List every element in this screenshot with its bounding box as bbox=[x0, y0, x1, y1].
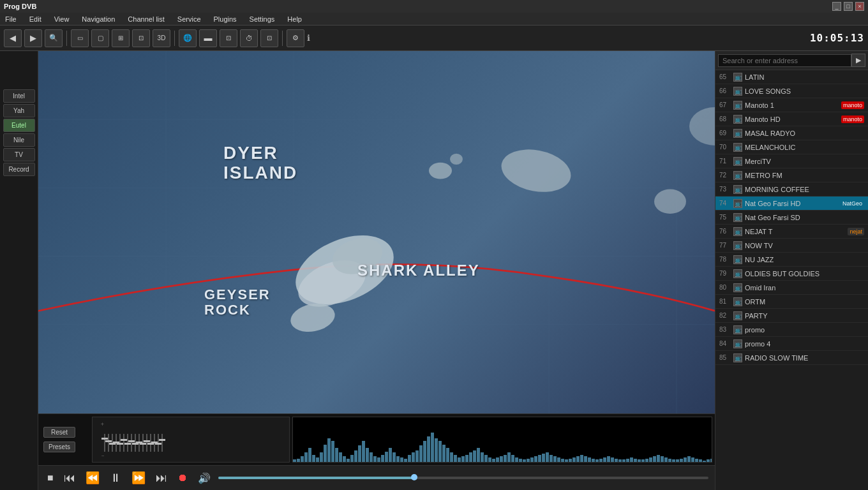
tb-aspect-button[interactable]: ⊡ bbox=[220, 29, 237, 47]
sat-nile-button[interactable]: Nile bbox=[3, 133, 35, 147]
spectrum-bar bbox=[511, 455, 514, 462]
tb-search-button[interactable]: 🔍 bbox=[45, 29, 63, 47]
tb-view1-button[interactable]: ▭ bbox=[71, 29, 89, 47]
maximize-button[interactable]: □ bbox=[844, 2, 853, 11]
channel-item[interactable]: 65📺LATIN bbox=[715, 70, 868, 84]
sat-tv-button[interactable]: TV bbox=[3, 148, 35, 161]
sat-intel-button[interactable]: Intel bbox=[3, 89, 35, 103]
shark-alley-label: SHARK ALLEY bbox=[357, 262, 480, 279]
menu-file[interactable]: File bbox=[3, 14, 19, 24]
channel-item[interactable]: 79📺OLDIES BUT GOLDIES bbox=[715, 267, 868, 281]
sat-record-button[interactable]: Record bbox=[3, 163, 35, 176]
tb-minus-button[interactable]: ▬ bbox=[199, 29, 217, 47]
close-button[interactable]: × bbox=[855, 2, 864, 11]
spectrum-bar bbox=[496, 457, 499, 462]
spectrum-bar bbox=[461, 456, 465, 462]
menu-edit[interactable]: Edit bbox=[27, 14, 44, 24]
video-player[interactable]: DYERISLAND SHARK ALLEY GEYSERROCK bbox=[38, 51, 715, 413]
pause-button[interactable]: ⏸ bbox=[107, 470, 124, 486]
channel-item[interactable]: 75📺Nat Geo Farsi SD bbox=[715, 211, 868, 225]
spectrum-bar bbox=[373, 456, 377, 462]
channel-item[interactable]: 80📺Omid Iran bbox=[715, 281, 868, 295]
channel-logo: manoto bbox=[841, 101, 864, 109]
presets-button[interactable]: Presets bbox=[43, 442, 75, 452]
channel-item[interactable]: 78📺NU JAZZ bbox=[715, 253, 868, 267]
channel-item[interactable]: 84📺promo 4 bbox=[715, 337, 868, 351]
dyer-island-label: DYERISLAND bbox=[223, 144, 297, 183]
spectrum-bar bbox=[561, 459, 564, 463]
spectrum-bar bbox=[527, 459, 530, 463]
search-input[interactable] bbox=[718, 54, 851, 67]
volume-icon[interactable]: 🔊 bbox=[195, 471, 213, 486]
spectrum-bar bbox=[350, 455, 354, 462]
svg-point-15 bbox=[450, 154, 463, 165]
reset-button[interactable]: Reset bbox=[43, 427, 75, 438]
channel-item[interactable]: 83📺promo bbox=[715, 323, 868, 337]
channel-item[interactable]: 82📺PARTY bbox=[715, 309, 868, 323]
spectrum-bar bbox=[297, 459, 300, 463]
spectrum-bar bbox=[553, 456, 557, 462]
sat-yah-button[interactable]: Yah bbox=[3, 104, 35, 117]
spectrum-bar bbox=[377, 457, 380, 462]
tb-settings-button[interactable]: ⚙ bbox=[287, 29, 304, 47]
tb-grid-button[interactable]: ⊞ bbox=[112, 29, 130, 47]
stop-button[interactable]: ■ bbox=[45, 471, 56, 485]
channel-item[interactable]: 85📺RADIO SLOW TIME bbox=[715, 351, 868, 365]
tb-globe-button[interactable]: 🌐 bbox=[179, 29, 197, 47]
menu-plugins[interactable]: Plugins bbox=[211, 14, 239, 24]
eq-controls: Reset Presets bbox=[41, 417, 92, 463]
prev-button[interactable]: ⏪ bbox=[83, 470, 102, 486]
channel-name: OLDIES BUT GOLDIES bbox=[745, 270, 864, 278]
progress-bar[interactable] bbox=[218, 477, 708, 479]
minimize-button[interactable]: _ bbox=[832, 2, 841, 11]
spectrum-bar bbox=[465, 455, 468, 462]
sat-eutel-button[interactable]: Eutel bbox=[3, 119, 35, 132]
toolbar-separator-3 bbox=[282, 31, 283, 46]
channel-item[interactable]: 74📺Nat Geo Farsi HDNatGeo bbox=[715, 197, 868, 211]
tb-back-button[interactable]: ◀ bbox=[4, 29, 22, 47]
channel-item[interactable]: 68📺Manoto HDmanoto bbox=[715, 112, 868, 126]
channel-item[interactable]: 73📺MORNING COFFEE bbox=[715, 182, 868, 197]
channel-number: 75 bbox=[719, 214, 733, 221]
prev-track-button[interactable]: ⏮ bbox=[61, 470, 78, 486]
next-track-button[interactable]: ⏭ bbox=[153, 470, 170, 486]
eq-slider-1[interactable] bbox=[104, 434, 105, 452]
channel-item[interactable]: 69📺MASAL RADYO bbox=[715, 126, 868, 140]
channel-item[interactable]: 81📺ORTM bbox=[715, 295, 868, 309]
tb-3d-button[interactable]: 3D bbox=[153, 29, 170, 47]
menu-navigation[interactable]: Navigation bbox=[79, 14, 117, 24]
eq-slider-15[interactable] bbox=[158, 434, 159, 452]
channel-item[interactable]: 70📺MELANCHOLIC bbox=[715, 140, 868, 154]
tb-view2-button[interactable]: ▢ bbox=[91, 29, 109, 47]
menu-help[interactable]: Help bbox=[285, 14, 304, 24]
spectrum-bar bbox=[343, 456, 346, 462]
spectrum-bar bbox=[657, 455, 660, 462]
tb-forward-button[interactable]: ▶ bbox=[24, 29, 42, 47]
menu-settings[interactable]: Settings bbox=[247, 14, 278, 24]
menu-channel-list[interactable]: Channel list bbox=[125, 14, 167, 24]
video-section: DYERISLAND SHARK ALLEY GEYSERROCK Reset … bbox=[38, 51, 715, 490]
spectrum-bar bbox=[699, 459, 702, 462]
menu-service[interactable]: Service bbox=[175, 14, 204, 24]
channel-item[interactable]: 72📺METRO FM bbox=[715, 168, 868, 182]
eq-slider-7[interactable] bbox=[127, 434, 128, 452]
channel-item[interactable]: 77📺NOW TV bbox=[715, 239, 868, 253]
record-button[interactable]: ⏺ bbox=[175, 471, 190, 485]
spectrum-bar bbox=[381, 455, 384, 462]
tb-grid2-button[interactable]: ⊡ bbox=[132, 29, 150, 47]
window-controls[interactable]: _ □ × bbox=[832, 2, 864, 11]
channel-item[interactable]: 71📺MerciTV bbox=[715, 154, 868, 168]
spectrum-bar bbox=[661, 456, 664, 462]
channel-item[interactable]: 67📺Manoto 1manoto bbox=[715, 98, 868, 112]
next-button[interactable]: ⏩ bbox=[129, 470, 148, 486]
search-go-button[interactable]: ▶ bbox=[851, 54, 865, 67]
tb-clock-button[interactable]: ⏱ bbox=[240, 29, 258, 47]
tb-rec-button[interactable]: ⊡ bbox=[260, 29, 278, 47]
menu-view[interactable]: View bbox=[52, 14, 72, 24]
channel-item[interactable]: 76📺NEJAT Tnejat bbox=[715, 225, 868, 239]
eq-slider-11[interactable] bbox=[142, 434, 144, 452]
eq-slider-16[interactable] bbox=[161, 434, 163, 452]
eq-slider-5[interactable] bbox=[119, 434, 121, 452]
spectrum-bar bbox=[534, 456, 537, 462]
channel-item[interactable]: 66📺LOVE SONGS bbox=[715, 84, 868, 98]
